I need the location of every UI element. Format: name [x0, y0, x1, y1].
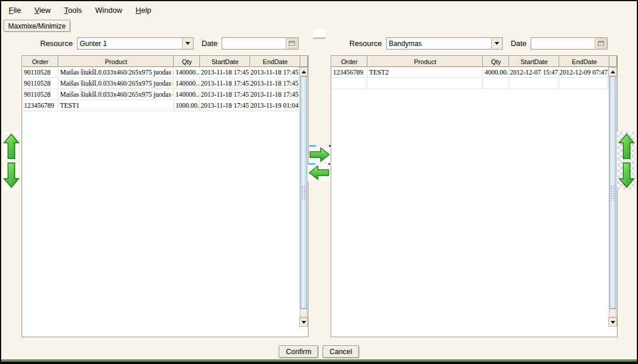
combobox-dropdown-button[interactable] [182, 38, 193, 49]
table-row[interactable]: 123456789TEST11000.00...2013-11-18 17:45… [22, 100, 299, 111]
table-cell: 2013-11-18 17:45 [250, 67, 299, 78]
chevron-down-icon [495, 42, 499, 45]
footer-button-row: Confirm Cancel [1, 345, 637, 358]
maximize-minimize-button[interactable]: Maxmixe/Minimize [3, 20, 71, 32]
table-cell: 140000.... [174, 89, 200, 100]
move-down-button-right[interactable] [618, 161, 635, 189]
menu-help[interactable]: Help [134, 5, 153, 16]
scroll-up-button[interactable] [608, 67, 617, 76]
right-resource-combobox[interactable]: Bandymas [386, 37, 503, 50]
table-cell [367, 78, 483, 89]
combobox-dropdown-button[interactable] [491, 38, 502, 49]
table-cell: 1000.00... [174, 100, 200, 111]
table-body: 90110528Maišas šiukšl.0.033x460/265x975 … [22, 67, 299, 337]
table-row[interactable] [331, 78, 608, 89]
table-cell: 2013-11-18 17:45 [200, 67, 250, 78]
scrollbar-thumb[interactable] [300, 76, 307, 309]
table-row[interactable]: 90110528Maišas šiukšl.0.033x460/265x975 … [22, 67, 299, 78]
minimized-frame[interactable] [313, 30, 325, 39]
table-header: Order Product Qty StartDate EndDate [331, 56, 617, 67]
column-header-filler [609, 56, 617, 67]
right-date-picker-button[interactable] [595, 38, 607, 48]
table-cell: Maišas šiukšl.0.033x460/265x975 juodas (… [58, 67, 174, 78]
table-cell: 2013-11-18 17:45 [250, 78, 299, 89]
table-body: 123456789TEST24000.00...2012-12-07 15:47… [331, 67, 608, 337]
table-cell [331, 78, 367, 89]
scroll-up-icon [611, 70, 615, 73]
move-left-button[interactable] [309, 165, 329, 181]
menu-file[interactable]: File [7, 5, 23, 16]
column-header-product[interactable]: Product [58, 56, 174, 67]
chevron-down-icon [185, 42, 190, 45]
move-right-wrap [309, 146, 331, 163]
left-table-scrollbar[interactable] [299, 67, 308, 336]
left-resource-row: Resource Gunter 1 Date [40, 37, 299, 50]
move-right-button[interactable] [309, 147, 330, 162]
menu-tools[interactable]: Tools [62, 5, 83, 16]
menu-bar: File View Tools Window Help [1, 1, 637, 19]
table-cell: TEST2 [367, 67, 483, 78]
table-cell: 2013-11-19 01:04 [250, 100, 299, 111]
left-resource-combobox[interactable]: Gunter 1 [77, 37, 194, 50]
column-header-enddate[interactable]: EndDate [250, 56, 300, 67]
window-bottom-accent [1, 359, 637, 362]
scrollbar-track[interactable] [609, 309, 616, 317]
table-row[interactable]: 123456789TEST24000.00...2012-12-07 15:47… [331, 67, 608, 78]
scroll-down-button[interactable] [608, 317, 617, 327]
table-header: Order Product Qty StartDate EndDate [22, 56, 308, 67]
calendar-icon [289, 41, 295, 46]
scrollbar-thumb[interactable] [609, 76, 616, 309]
left-date-field [222, 37, 299, 50]
move-down-button-left[interactable] [3, 161, 20, 189]
table-row[interactable]: 90110528Maišas šiukšl.0.033x460/265x975 … [22, 89, 299, 100]
confirm-button[interactable]: Confirm [279, 345, 318, 358]
resource-label: Resource [349, 39, 382, 48]
column-header-qty[interactable]: Qty [174, 56, 200, 67]
move-left-wrap [308, 164, 330, 181]
column-header-enddate[interactable]: EndDate [559, 56, 609, 67]
green-left-arrow-icon [309, 165, 329, 181]
table-cell: 2013-11-18 17:45 [250, 89, 299, 100]
combobox-value: Bandymas [387, 40, 491, 48]
table-cell: 2013-11-18 17:45 [200, 89, 250, 100]
table-cell: 2012-12-09 07:47 [559, 67, 608, 78]
left-date-input[interactable] [222, 38, 286, 48]
move-up-button-left[interactable] [3, 133, 20, 160]
green-up-arrow-icon [618, 133, 635, 160]
right-orders-table: Order Product Qty StartDate EndDate 1234… [331, 55, 618, 337]
menu-window[interactable]: Window [93, 5, 124, 16]
application-window: File View Tools Window Help Maxmixe/Mini… [0, 0, 638, 364]
cancel-button[interactable]: Cancel [322, 345, 359, 358]
left-date-picker-button[interactable] [286, 38, 297, 48]
menu-view[interactable]: View [33, 5, 52, 16]
column-header-product[interactable]: Product [367, 56, 483, 67]
table-cell [483, 78, 509, 89]
column-header-filler [300, 56, 308, 67]
date-label: Date [511, 39, 527, 48]
column-header-order[interactable]: Order [22, 56, 58, 67]
date-label: Date [202, 39, 218, 48]
table-cell: 123456789 [331, 67, 367, 78]
left-orders-table: Order Product Qty StartDate EndDate 9011… [22, 55, 309, 337]
column-header-startdate[interactable]: StartDate [509, 56, 559, 67]
table-cell: 140000.... [174, 67, 200, 78]
column-header-qty[interactable]: Qty [483, 56, 509, 67]
scroll-down-button[interactable] [299, 317, 308, 327]
table-cell: Maišas šiukšl.0.033x460/265x975 juodas (… [58, 89, 174, 100]
table-cell: 90110528 [22, 67, 58, 78]
column-header-order[interactable]: Order [331, 56, 367, 67]
table-cell: 2012-12-07 15:47 [509, 67, 559, 78]
right-date-input[interactable] [531, 38, 595, 48]
table-cell [509, 78, 559, 89]
move-up-button-right[interactable] [618, 133, 635, 160]
scrollbar-track[interactable] [300, 309, 307, 317]
right-table-scrollbar[interactable] [608, 67, 617, 336]
table-cell [559, 78, 608, 89]
combobox-value: Gunter 1 [78, 40, 182, 48]
table-cell: 90110528 [22, 89, 58, 100]
scroll-up-button[interactable] [299, 67, 308, 76]
table-row[interactable]: 90110528Maišas šiukšl.0.033x460/265x975 … [22, 78, 299, 89]
right-resource-row: Resource Bandymas Date [349, 37, 608, 50]
green-down-arrow-icon [618, 161, 635, 189]
column-header-startdate[interactable]: StartDate [200, 56, 250, 67]
